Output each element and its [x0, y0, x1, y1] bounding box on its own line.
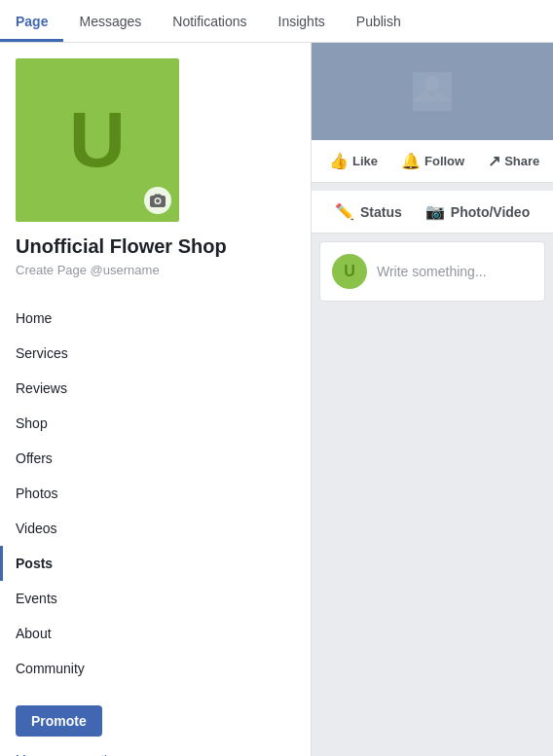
avatar: U: [332, 254, 367, 289]
status-icon: ✏️: [335, 202, 354, 221]
post-tab-status[interactable]: ✏️ Status: [323, 193, 414, 231]
like-button[interactable]: 👍 Like: [319, 146, 387, 176]
top-nav: Page Messages Notifications Insights Pub…: [0, 0, 553, 43]
sidebar-item-shop[interactable]: Shop: [0, 406, 311, 441]
cover-photo[interactable]: [312, 43, 553, 140]
sidebar-item-community[interactable]: Community: [0, 651, 311, 686]
photo-video-icon: 📷: [425, 202, 445, 221]
write-post-input[interactable]: Write something...: [377, 264, 533, 279]
sidebar: U Unofficial Flower Shop Create Page @us…: [0, 43, 312, 756]
profile-letter: U: [69, 95, 126, 185]
tab-publish[interactable]: Publish: [341, 0, 417, 42]
post-tab-photo-video[interactable]: 📷 Photo/Video: [414, 193, 541, 231]
camera-icon[interactable]: [144, 187, 171, 214]
post-tabs: ✏️ Status 📷 Photo/Video 📹 Live vid...: [312, 191, 553, 234]
profile-pic-area: U Unofficial Flower Shop Create Page @us…: [0, 43, 311, 293]
write-post-area: U Write something...: [319, 241, 545, 302]
sidebar-nav: Home Services Reviews Shop Offers Photos…: [0, 293, 311, 694]
tab-insights[interactable]: Insights: [263, 0, 341, 42]
like-icon: 👍: [329, 152, 349, 170]
sidebar-item-posts[interactable]: Posts: [0, 546, 311, 581]
photo-video-tab-label: Photo/Video: [451, 204, 530, 220]
right-content: 👍 Like 🔔 Follow ↗ Share › ✏️ Status: [312, 43, 553, 756]
post-tab-live-video[interactable]: 📹 Live vid...: [541, 187, 553, 237]
page-name: Unofficial Flower Shop: [16, 234, 227, 259]
tab-notifications[interactable]: Notifications: [157, 0, 262, 42]
action-bar: 👍 Like 🔔 Follow ↗ Share ›: [312, 140, 553, 183]
sidebar-item-events[interactable]: Events: [0, 581, 311, 616]
share-button[interactable]: ↗ Share: [478, 146, 549, 176]
promote-button[interactable]: Promote: [16, 705, 102, 737]
sidebar-item-home[interactable]: Home: [0, 301, 311, 336]
manage-promotions-link[interactable]: Manage promotions: [0, 748, 311, 756]
avatar-letter: U: [344, 263, 355, 280]
svg-point-0: [424, 76, 440, 91]
cover-photo-icon: [393, 53, 471, 130]
main-layout: U Unofficial Flower Shop Create Page @us…: [0, 43, 553, 756]
sidebar-item-reviews[interactable]: Reviews: [0, 371, 311, 406]
tab-messages[interactable]: Messages: [63, 0, 157, 42]
sidebar-item-services[interactable]: Services: [0, 336, 311, 371]
follow-button[interactable]: 🔔 Follow: [391, 146, 474, 176]
like-label: Like: [352, 154, 378, 168]
follow-icon: 🔔: [401, 152, 421, 170]
page-username[interactable]: Create Page @username: [16, 263, 160, 277]
status-tab-label: Status: [360, 204, 402, 220]
share-label: Share: [504, 154, 539, 168]
profile-picture-wrapper[interactable]: U: [16, 58, 179, 222]
sidebar-item-about[interactable]: About: [0, 616, 311, 651]
sidebar-item-offers[interactable]: Offers: [0, 441, 311, 476]
follow-label: Follow: [424, 154, 464, 168]
share-icon: ↗: [488, 152, 500, 170]
sidebar-item-photos[interactable]: Photos: [0, 476, 311, 511]
tab-page[interactable]: Page: [0, 0, 63, 42]
sidebar-item-videos[interactable]: Videos: [0, 511, 311, 546]
